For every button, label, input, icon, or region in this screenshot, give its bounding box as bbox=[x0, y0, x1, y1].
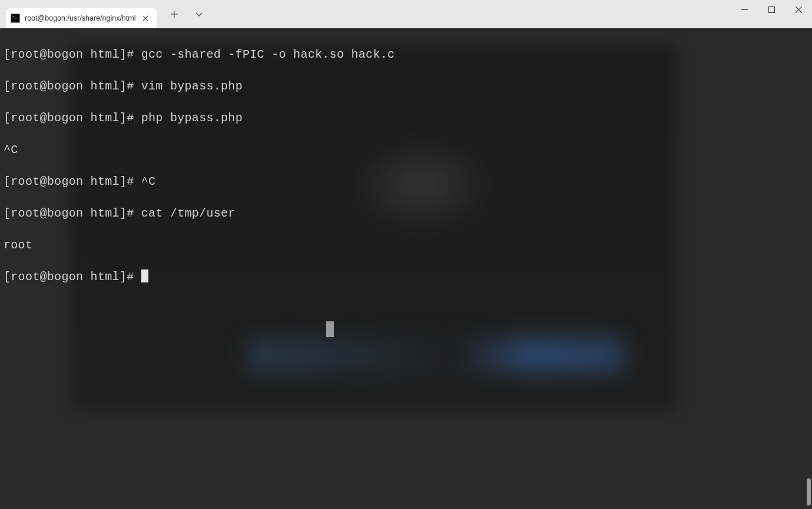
svg-rect-5 bbox=[768, 6, 774, 12]
background-ghost-cursor bbox=[326, 321, 334, 337]
terminal-line: [root@bogon html]# ^C bbox=[4, 174, 808, 189]
command-text: cat /tmp/user bbox=[141, 207, 236, 220]
terminal-tab[interactable]: >_ root@bogon:/usr/share/nginx/html bbox=[6, 8, 157, 28]
terminal-cursor bbox=[141, 270, 148, 282]
background-acrylic-dialog bbox=[247, 337, 624, 372]
prompt: [root@bogon html]# bbox=[4, 48, 141, 61]
output-text: root bbox=[4, 238, 32, 252]
tab-dropdown-button[interactable] bbox=[192, 7, 206, 21]
maximize-button[interactable] bbox=[758, 0, 785, 19]
command-text: gcc -shared -fPIC -o hack.so hack.c bbox=[141, 48, 395, 61]
command-text: ^C bbox=[141, 175, 156, 188]
tab-strip: >_ root@bogon:/usr/share/nginx/html bbox=[0, 0, 157, 28]
terminal-current-line: [root@bogon html]# bbox=[4, 269, 808, 285]
terminal-line: [root@bogon html]# gcc -shared -fPIC -o … bbox=[4, 46, 808, 62]
command-text: vim bypass.php bbox=[141, 79, 243, 93]
plus-icon bbox=[170, 10, 178, 18]
prompt: [root@bogon html]# bbox=[4, 111, 141, 125]
terminal-viewport[interactable]: [root@bogon html]# gcc -shared -fPIC -o … bbox=[0, 28, 812, 509]
terminal-line: [root@bogon html]# php bypass.php bbox=[4, 110, 808, 126]
tab-actions bbox=[157, 0, 206, 28]
terminal-line: [root@bogon html]# cat /tmp/user bbox=[4, 205, 808, 221]
output-text: ^C bbox=[4, 143, 18, 157]
window-close-button[interactable] bbox=[785, 0, 812, 19]
chevron-down-icon bbox=[195, 10, 203, 18]
prompt: [root@bogon html]# bbox=[4, 79, 141, 93]
terminal-line: ^C bbox=[4, 142, 808, 158]
command-text: php bypass.php bbox=[141, 111, 243, 125]
window-controls bbox=[731, 0, 812, 24]
close-icon bbox=[142, 15, 148, 21]
close-icon bbox=[796, 6, 802, 13]
terminal-content[interactable]: [root@bogon html]# gcc -shared -fPIC -o … bbox=[0, 28, 812, 319]
terminal-line: root bbox=[4, 237, 808, 253]
titlebar: >_ root@bogon:/usr/share/nginx/html bbox=[0, 0, 812, 28]
prompt: [root@bogon html]# bbox=[4, 207, 141, 220]
maximize-icon bbox=[768, 6, 775, 13]
minimize-button[interactable] bbox=[731, 0, 758, 19]
prompt: [root@bogon html]# bbox=[4, 270, 141, 284]
prompt: [root@bogon html]# bbox=[4, 175, 141, 188]
terminal-icon: >_ bbox=[11, 14, 20, 23]
new-tab-button[interactable] bbox=[167, 7, 181, 21]
vertical-scrollbar-thumb[interactable] bbox=[807, 478, 811, 505]
minimize-icon bbox=[741, 6, 748, 13]
terminal-line: [root@bogon html]# vim bypass.php bbox=[4, 78, 808, 94]
close-tab-button[interactable] bbox=[140, 13, 151, 24]
tab-title: root@bogon:/usr/share/nginx/html bbox=[25, 14, 135, 22]
